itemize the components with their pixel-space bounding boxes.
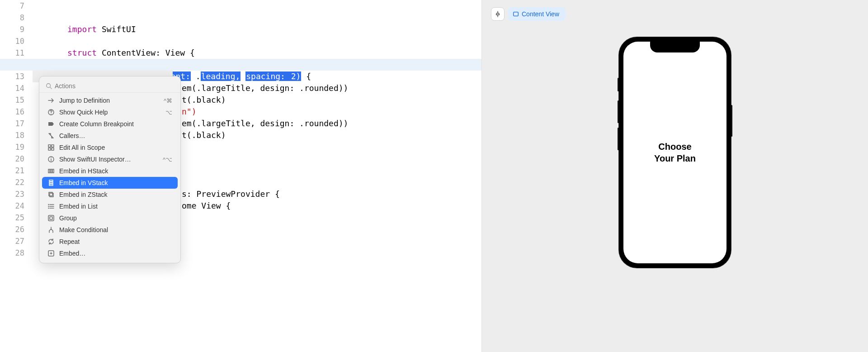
menu-item-label: Embed in ZStack (59, 191, 172, 198)
svg-rect-6 (48, 148, 51, 150)
menu-item-edit-scope[interactable]: Edit All in Scope (42, 142, 178, 153)
preview-pane: Content View Choose Your Plan (481, 0, 868, 352)
menu-item-repeat[interactable]: Repeat (42, 236, 178, 247)
info-icon (47, 156, 55, 163)
menu-item-vstack[interactable]: Embed in VStack (42, 177, 178, 189)
actions-search-row (39, 79, 180, 93)
line-number[interactable]: 10 (0, 35, 33, 47)
line-number[interactable]: 16 (0, 106, 33, 118)
svg-rect-16 (49, 184, 53, 186)
selection: spacing: (245, 71, 291, 81)
svg-rect-7 (52, 148, 54, 150)
menu-item-zstack[interactable]: Embed in ZStack (42, 189, 178, 200)
svg-rect-26 (50, 217, 52, 219)
device-side-button (618, 78, 619, 91)
menu-item-label: Embed… (59, 250, 172, 257)
code-editor-pane: 7891011121314151617181920212223242526272… (0, 0, 481, 352)
arrow-def-icon (47, 97, 55, 104)
actions-search-input[interactable] (55, 82, 175, 90)
menu-item-callers[interactable]: Callers… (42, 130, 178, 142)
svg-rect-25 (48, 215, 54, 221)
device-frame: Choose Your Plan (619, 37, 731, 268)
menu-item-info[interactable]: Show SwiftUI Inspector…^⌥ (42, 153, 178, 165)
hstack-icon (47, 167, 55, 175)
line-number[interactable]: 18 (0, 129, 33, 141)
device-side-button (731, 105, 732, 137)
line-number[interactable]: 24 (0, 200, 33, 212)
code-line-10[interactable]: struct ContentView: View { (33, 35, 481, 47)
line-number[interactable]: 28 (0, 247, 33, 259)
svg-rect-11 (48, 169, 50, 173)
code-line-12[interactable]: VStack(alignment: .leading, spacing: 2) … (33, 59, 481, 71)
code-line-9[interactable] (33, 24, 481, 35)
svg-line-1 (50, 87, 52, 89)
menu-item-label: Show SwiftUI Inspector… (59, 156, 163, 163)
svg-point-23 (48, 206, 49, 207)
line-number[interactable]: 8 (0, 12, 33, 24)
menu-item-label: Group (59, 214, 172, 222)
svg-rect-12 (51, 169, 52, 173)
menu-item-group[interactable]: Group (42, 212, 178, 224)
list-icon (47, 203, 55, 210)
breakpoint-icon (47, 120, 55, 128)
line-number[interactable]: 13 (0, 71, 33, 82)
line-number-gutter: 7891011121314151617181920212223242526272… (0, 0, 33, 352)
line-number[interactable]: 27 (0, 235, 33, 247)
menu-item-conditional[interactable]: Make Conditional (42, 224, 178, 236)
preview-target-label: Content View (522, 10, 559, 18)
preview-target-chip[interactable]: Content View (508, 7, 566, 21)
line-number[interactable]: 23 (0, 188, 33, 200)
line-number[interactable]: 21 (0, 165, 33, 176)
menu-item-label: Jump to Definition (59, 97, 164, 104)
line-number[interactable]: 15 (0, 94, 33, 106)
code-line-7[interactable] (33, 0, 481, 12)
vstack-icon (47, 179, 55, 186)
menu-item-label: Callers… (59, 132, 172, 139)
zstack-icon (47, 191, 55, 198)
svg-rect-4 (48, 145, 51, 147)
code-line-11[interactable]: var body: some View { (33, 47, 481, 59)
menu-item-hstack[interactable]: Embed in HStack (42, 165, 178, 177)
menu-item-label: Edit All in Scope (59, 144, 172, 151)
line-number[interactable]: 20 (0, 153, 33, 165)
preview-text-line: Choose (654, 141, 696, 152)
menu-item-arrow-def[interactable]: Jump to Definition^⌘ (42, 95, 178, 106)
menu-item-help[interactable]: Show Quick Help⌥ (42, 106, 178, 118)
help-icon (47, 109, 55, 116)
svg-rect-28 (514, 12, 519, 16)
selection: 2) (291, 71, 302, 81)
conditional-icon (47, 226, 55, 233)
menu-item-label: Make Conditional (59, 226, 172, 233)
group-icon (47, 214, 55, 222)
line-number[interactable]: 25 (0, 212, 33, 224)
svg-rect-5 (52, 145, 54, 147)
line-number[interactable]: 9 (0, 24, 33, 35)
svg-point-22 (48, 205, 49, 205)
pin-preview-button[interactable] (491, 7, 505, 21)
menu-item-label: Embed in List (59, 203, 172, 210)
line-number[interactable]: 14 (0, 82, 33, 94)
menu-item-shortcut: ^⌘ (164, 97, 172, 104)
menu-item-embed[interactable]: Embed… (42, 247, 178, 259)
device-screen[interactable]: Choose Your Plan (623, 42, 726, 263)
line-number[interactable]: 11 (0, 47, 33, 59)
svg-rect-13 (52, 169, 54, 173)
selection: leading, (201, 71, 241, 81)
menu-item-list[interactable]: Embed in List (42, 200, 178, 212)
line-number[interactable]: 17 (0, 118, 33, 129)
code-line-8[interactable]: import SwiftUI (33, 12, 481, 24)
device-notch (650, 42, 700, 52)
line-number[interactable]: 26 (0, 224, 33, 235)
menu-item-breakpoint[interactable]: Create Column Breakpoint (42, 118, 178, 130)
line-number[interactable]: 22 (0, 176, 33, 188)
line-number[interactable]: 7 (0, 0, 33, 12)
svg-point-24 (48, 208, 49, 209)
menu-item-label: Embed in HStack (59, 167, 172, 175)
svg-rect-18 (50, 193, 53, 197)
repeat-icon (47, 238, 55, 245)
svg-rect-17 (49, 192, 52, 196)
line-number[interactable]: 19 (0, 141, 33, 153)
svg-rect-14 (49, 180, 53, 181)
actions-popover: Jump to Definition^⌘Show Quick Help⌥Crea… (39, 76, 181, 263)
menu-item-label: Show Quick Help (59, 109, 165, 116)
